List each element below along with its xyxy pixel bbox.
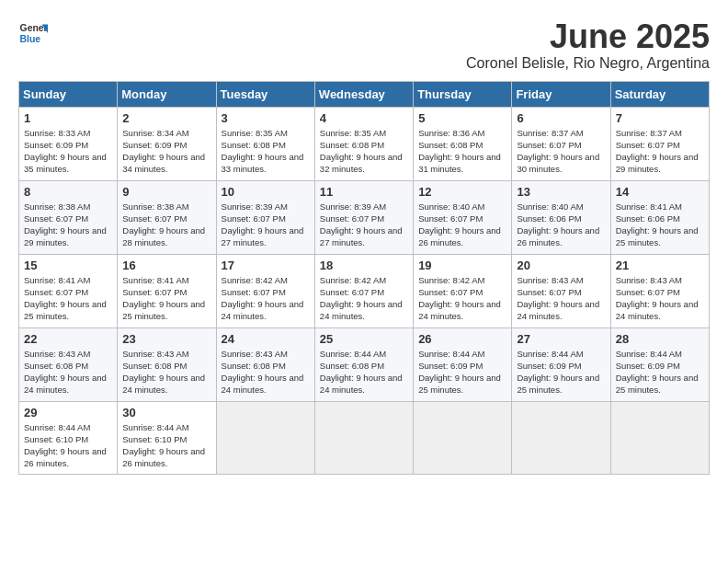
sunset-label: Sunset: 6:07 PM	[122, 213, 187, 224]
sunset-label: Sunset: 6:10 PM	[122, 434, 187, 444]
week-row-3: 15 Sunrise: 8:41 AM Sunset: 6:07 PM Dayl…	[19, 254, 710, 327]
day-number: 13	[517, 185, 605, 199]
week-row-5: 29 Sunrise: 8:44 AM Sunset: 6:10 PM Dayl…	[19, 401, 710, 474]
calendar-cell: 30 Sunrise: 8:44 AM Sunset: 6:10 PM Dayl…	[118, 401, 216, 474]
day-info: Sunrise: 8:37 AM Sunset: 6:07 PM Dayligh…	[616, 127, 704, 176]
calendar-cell: 16 Sunrise: 8:41 AM Sunset: 6:07 PM Dayl…	[118, 254, 216, 327]
sunrise-label: Sunrise: 8:33 AM	[24, 128, 90, 138]
daylight-label: Daylight: 9 hours and 26 minutes.	[517, 225, 599, 247]
week-row-4: 22 Sunrise: 8:43 AM Sunset: 6:08 PM Dayl…	[19, 327, 710, 401]
calendar-cell: 21 Sunrise: 8:43 AM Sunset: 6:07 PM Dayl…	[610, 254, 709, 327]
calendar-cell: 4 Sunrise: 8:35 AM Sunset: 6:08 PM Dayli…	[314, 107, 413, 180]
sunrise-label: Sunrise: 8:44 AM	[616, 349, 682, 359]
daylight-label: Daylight: 9 hours and 24 minutes.	[122, 373, 205, 395]
day-number: 10	[222, 185, 310, 199]
calendar-cell: 20 Sunrise: 8:43 AM Sunset: 6:07 PM Dayl…	[512, 254, 610, 327]
day-number: 30	[122, 406, 210, 419]
sunrise-label: Sunrise: 8:38 AM	[122, 201, 188, 212]
day-info: Sunrise: 8:43 AM Sunset: 6:08 PM Dayligh…	[24, 348, 112, 396]
calendar-cell	[216, 401, 314, 474]
day-number: 17	[222, 259, 310, 272]
day-number: 3	[222, 111, 310, 125]
sunrise-label: Sunrise: 8:42 AM	[418, 275, 484, 285]
calendar-cell: 19 Sunrise: 8:42 AM Sunset: 6:07 PM Dayl…	[414, 254, 512, 327]
sunrise-label: Sunrise: 8:44 AM	[320, 349, 386, 359]
daylight-label: Daylight: 9 hours and 33 minutes.	[222, 152, 304, 174]
sunrise-label: Sunrise: 8:35 AM	[222, 128, 288, 138]
daylight-label: Daylight: 9 hours and 24 minutes.	[616, 299, 699, 321]
day-info: Sunrise: 8:41 AM Sunset: 6:07 PM Dayligh…	[24, 274, 112, 323]
sunset-label: Sunset: 6:08 PM	[320, 361, 384, 371]
daylight-label: Daylight: 9 hours and 26 minutes.	[24, 446, 107, 468]
calendar-cell: 22 Sunrise: 8:43 AM Sunset: 6:08 PM Dayl…	[19, 327, 118, 401]
calendar-subtitle: Coronel Belisle, Rio Negro, Argentina	[466, 55, 710, 72]
sunset-label: Sunset: 6:07 PM	[222, 213, 286, 224]
daylight-label: Daylight: 9 hours and 24 minutes.	[222, 373, 304, 395]
day-number: 16	[122, 259, 210, 272]
calendar-cell: 11 Sunrise: 8:39 AM Sunset: 6:07 PM Dayl…	[314, 180, 413, 254]
daylight-label: Daylight: 9 hours and 25 minutes.	[616, 225, 699, 247]
day-number: 4	[320, 111, 408, 125]
day-number: 14	[616, 185, 704, 199]
sunset-label: Sunset: 6:07 PM	[24, 287, 88, 297]
week-row-2: 8 Sunrise: 8:38 AM Sunset: 6:07 PM Dayli…	[19, 180, 710, 254]
sunrise-label: Sunrise: 8:43 AM	[517, 275, 583, 285]
day-number: 24	[222, 332, 310, 346]
day-info: Sunrise: 8:44 AM Sunset: 6:10 PM Dayligh…	[122, 421, 210, 470]
sunset-label: Sunset: 6:06 PM	[616, 213, 680, 224]
daylight-label: Daylight: 9 hours and 24 minutes.	[320, 299, 403, 321]
sunrise-label: Sunrise: 8:34 AM	[122, 128, 188, 138]
calendar-cell: 12 Sunrise: 8:40 AM Sunset: 6:07 PM Dayl…	[414, 180, 512, 254]
calendar-cell: 24 Sunrise: 8:43 AM Sunset: 6:08 PM Dayl…	[216, 327, 314, 401]
daylight-label: Daylight: 9 hours and 34 minutes.	[122, 152, 205, 174]
title-area: June 2025 Coronel Belisle, Rio Negro, Ar…	[466, 18, 710, 72]
day-header-friday: Friday	[512, 81, 610, 107]
day-info: Sunrise: 8:38 AM Sunset: 6:07 PM Dayligh…	[122, 201, 210, 249]
day-info: Sunrise: 8:40 AM Sunset: 6:06 PM Dayligh…	[517, 201, 605, 249]
day-info: Sunrise: 8:44 AM Sunset: 6:09 PM Dayligh…	[517, 348, 605, 396]
daylight-label: Daylight: 9 hours and 26 minutes.	[418, 225, 501, 247]
calendar-cell	[414, 401, 512, 474]
day-info: Sunrise: 8:42 AM Sunset: 6:07 PM Dayligh…	[418, 274, 506, 323]
day-info: Sunrise: 8:43 AM Sunset: 6:07 PM Dayligh…	[517, 274, 605, 323]
sunset-label: Sunset: 6:07 PM	[418, 287, 483, 297]
sunset-label: Sunset: 6:07 PM	[616, 287, 680, 297]
day-header-tuesday: Tuesday	[216, 81, 314, 107]
daylight-label: Daylight: 9 hours and 25 minutes.	[122, 299, 205, 321]
sunrise-label: Sunrise: 8:44 AM	[122, 422, 188, 432]
calendar-cell: 26 Sunrise: 8:44 AM Sunset: 6:09 PM Dayl…	[414, 327, 512, 401]
day-info: Sunrise: 8:43 AM Sunset: 6:08 PM Dayligh…	[122, 348, 210, 396]
calendar-cell: 29 Sunrise: 8:44 AM Sunset: 6:10 PM Dayl…	[19, 401, 118, 474]
calendar-cell: 25 Sunrise: 8:44 AM Sunset: 6:08 PM Dayl…	[314, 327, 413, 401]
day-info: Sunrise: 8:38 AM Sunset: 6:07 PM Dayligh…	[24, 201, 112, 249]
sunrise-label: Sunrise: 8:39 AM	[222, 201, 288, 212]
day-info: Sunrise: 8:44 AM Sunset: 6:09 PM Dayligh…	[418, 348, 506, 396]
day-info: Sunrise: 8:44 AM Sunset: 6:08 PM Dayligh…	[320, 348, 408, 396]
daylight-label: Daylight: 9 hours and 25 minutes.	[616, 373, 699, 395]
calendar-cell: 6 Sunrise: 8:37 AM Sunset: 6:07 PM Dayli…	[512, 107, 610, 180]
daylight-label: Daylight: 9 hours and 26 minutes.	[122, 446, 205, 468]
sunrise-label: Sunrise: 8:37 AM	[616, 128, 682, 138]
day-info: Sunrise: 8:37 AM Sunset: 6:07 PM Dayligh…	[517, 127, 605, 176]
day-info: Sunrise: 8:35 AM Sunset: 6:08 PM Dayligh…	[320, 127, 408, 176]
day-info: Sunrise: 8:44 AM Sunset: 6:10 PM Dayligh…	[24, 421, 112, 470]
day-number: 2	[122, 111, 210, 125]
day-number: 8	[24, 185, 112, 199]
sunrise-label: Sunrise: 8:40 AM	[418, 201, 484, 212]
calendar-cell: 23 Sunrise: 8:43 AM Sunset: 6:08 PM Dayl…	[118, 327, 216, 401]
day-number: 1	[24, 111, 112, 125]
daylight-label: Daylight: 9 hours and 27 minutes.	[222, 225, 304, 247]
calendar-cell: 2 Sunrise: 8:34 AM Sunset: 6:09 PM Dayli…	[118, 107, 216, 180]
daylight-label: Daylight: 9 hours and 25 minutes.	[517, 373, 599, 395]
day-number: 20	[517, 259, 605, 272]
sunset-label: Sunset: 6:09 PM	[24, 140, 88, 150]
sunrise-label: Sunrise: 8:37 AM	[517, 128, 583, 138]
calendar-cell: 13 Sunrise: 8:40 AM Sunset: 6:06 PM Dayl…	[512, 180, 610, 254]
day-number: 23	[122, 332, 210, 346]
sunset-label: Sunset: 6:07 PM	[320, 287, 384, 297]
calendar-table: SundayMondayTuesdayWednesdayThursdayFrid…	[18, 81, 710, 475]
daylight-label: Daylight: 9 hours and 24 minutes.	[517, 299, 599, 321]
sunrise-label: Sunrise: 8:43 AM	[616, 275, 682, 285]
sunrise-label: Sunrise: 8:44 AM	[418, 349, 484, 359]
day-number: 18	[320, 259, 408, 272]
